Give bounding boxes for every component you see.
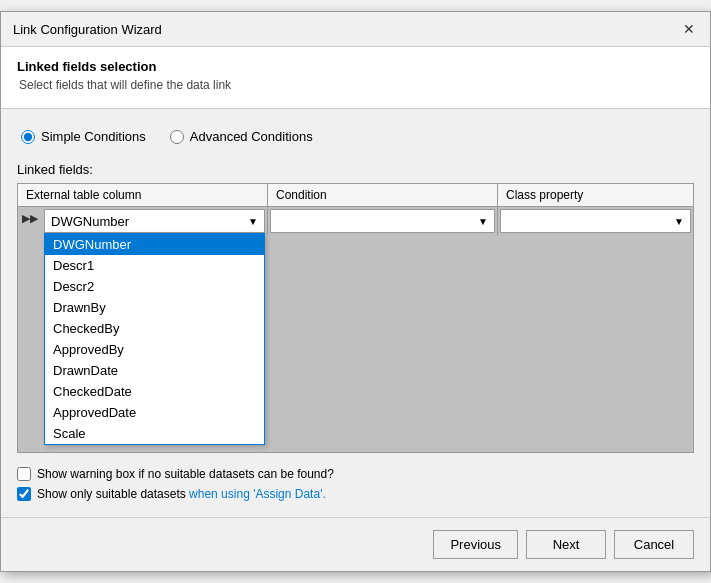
table-header: External table column Condition Class pr… (18, 184, 693, 207)
warning-checkbox-label: Show warning box if no suitable datasets… (37, 467, 334, 481)
external-column-dropdown[interactable]: DWGNumber ▼ (44, 209, 265, 233)
header-external-column: External table column (18, 184, 268, 206)
suitable-datasets-label: Show only suitable datasets when using '… (37, 487, 326, 501)
dropdown-item-descr2[interactable]: Descr2 (45, 276, 264, 297)
footer: Previous Next Cancel (1, 517, 710, 571)
advanced-conditions-label: Advanced Conditions (190, 129, 313, 144)
simple-conditions-radio[interactable] (21, 130, 35, 144)
header-subtitle: Select fields that will define the data … (17, 78, 694, 92)
external-column-cell: ▶▶ DWGNumber ▼ DWGNumber Descr1 Descr2 D… (18, 207, 268, 235)
header-class-property: Class property (498, 184, 693, 206)
next-button[interactable]: Next (526, 530, 606, 559)
close-icon: ✕ (683, 21, 695, 37)
class-arrow-icon: ▼ (674, 216, 684, 227)
warning-checkbox[interactable] (17, 467, 31, 481)
dropdown-item-drawnby[interactable]: DrawnBy (45, 297, 264, 318)
dropdown-item-descr1[interactable]: Descr1 (45, 255, 264, 276)
warning-checkbox-option[interactable]: Show warning box if no suitable datasets… (17, 467, 694, 481)
dropdown-item-drawndate[interactable]: DrawnDate (45, 360, 264, 381)
dropdown-list: DWGNumber Descr1 Descr2 DrawnBy CheckedB… (44, 233, 265, 445)
previous-button[interactable]: Previous (433, 530, 518, 559)
dropdown-item-dwgnumber[interactable]: DWGNumber (45, 234, 264, 255)
dialog-window: Link Configuration Wizard ✕ Linked field… (0, 11, 711, 572)
linked-fields-label: Linked fields: (17, 162, 694, 177)
class-property-dropdown[interactable]: ▼ (500, 209, 691, 233)
simple-conditions-option[interactable]: Simple Conditions (21, 129, 146, 144)
simple-conditions-label: Simple Conditions (41, 129, 146, 144)
advanced-conditions-option[interactable]: Advanced Conditions (170, 129, 313, 144)
dropdown-item-scale[interactable]: Scale (45, 423, 264, 444)
condition-arrow-icon: ▼ (478, 216, 488, 227)
title-bar: Link Configuration Wizard ✕ (1, 12, 710, 47)
dropdown-item-checkedby[interactable]: CheckedBy (45, 318, 264, 339)
row-arrow-icon: ▶▶ (18, 207, 42, 230)
table-container: External table column Condition Class pr… (17, 183, 694, 453)
header-section: Linked fields selection Select fields th… (1, 47, 710, 109)
dropdown-selected-value: DWGNumber (51, 214, 129, 229)
header-condition: Condition (268, 184, 498, 206)
suitable-datasets-checkbox-option[interactable]: Show only suitable datasets when using '… (17, 487, 694, 501)
suitable-datasets-checkbox[interactable] (17, 487, 31, 501)
table-row: ▶▶ DWGNumber ▼ DWGNumber Descr1 Descr2 D… (18, 207, 693, 235)
cancel-button[interactable]: Cancel (614, 530, 694, 559)
main-content: Simple Conditions Advanced Conditions Li… (1, 109, 710, 517)
close-button[interactable]: ✕ (680, 20, 698, 38)
checkboxes-section: Show warning box if no suitable datasets… (17, 463, 694, 505)
condition-dropdown[interactable]: ▼ (270, 209, 495, 233)
dropdown-item-approveddate[interactable]: ApprovedDate (45, 402, 264, 423)
header-title: Linked fields selection (17, 59, 694, 74)
dropdown-arrow-icon: ▼ (248, 216, 258, 227)
radio-group: Simple Conditions Advanced Conditions (17, 121, 694, 152)
dialog-title: Link Configuration Wizard (13, 22, 162, 37)
condition-cell: ▼ (268, 207, 498, 235)
class-property-cell: ▼ (498, 207, 693, 235)
dropdown-item-checkeddate[interactable]: CheckedDate (45, 381, 264, 402)
dropdown-item-approvedby[interactable]: ApprovedBy (45, 339, 264, 360)
advanced-conditions-radio[interactable] (170, 130, 184, 144)
